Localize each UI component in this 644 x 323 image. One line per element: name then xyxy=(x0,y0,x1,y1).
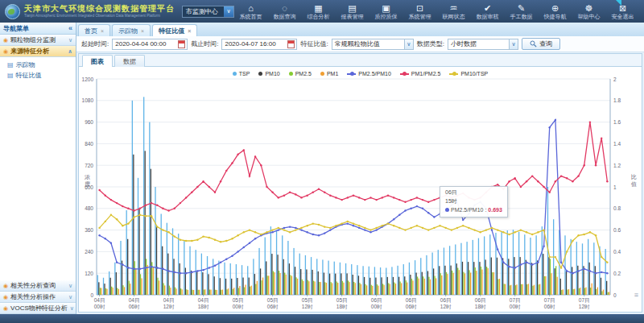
tab-tracer[interactable]: 示踪物 × xyxy=(112,24,151,36)
close-icon[interactable]: × xyxy=(141,28,144,34)
nav-data-query[interactable]: ◌数据查询 xyxy=(268,2,301,20)
svg-text:06时: 06时 xyxy=(267,304,279,309)
svg-text:05日: 05日 xyxy=(233,297,244,303)
corner-flag-icon xyxy=(616,0,621,6)
chart-menu-icon[interactable]: ≡ xyxy=(634,291,638,299)
nav-network-status[interactable]: ♒联网状态 xyxy=(437,2,470,20)
sidebar-group-label: 颗粒物组分监测 xyxy=(10,35,56,44)
sidebar-group-correlation-query[interactable]: ◉ 相关性分析查询 ∨ xyxy=(0,280,76,292)
close-icon[interactable]: × xyxy=(188,28,191,34)
close-icon[interactable]: × xyxy=(101,28,104,34)
gear-icon: ☸ xyxy=(572,3,605,14)
sidebar-group-vocs-analysis[interactable]: ◉ VOCS物种特征分析 ∨ xyxy=(0,303,76,314)
end-time-input[interactable]: 2020-04-07 16:00 xyxy=(221,39,297,50)
svg-text:浓: 浓 xyxy=(85,174,90,180)
svg-text:05日: 05日 xyxy=(336,297,348,303)
nav-item-label: 帮助中心 xyxy=(578,14,601,19)
tooltip-value: 0.693 xyxy=(488,207,502,213)
svg-text:06时: 06时 xyxy=(544,304,555,309)
nav-item-label: 快捷导航 xyxy=(544,14,567,19)
app-subtitle: Tianjin Atmospheric Environment Integrat… xyxy=(24,14,160,18)
pencil-icon: ✎ xyxy=(505,3,538,14)
chevron-down-icon: ∨ xyxy=(68,37,72,43)
app-header: 天津市大气环境综合观测数据管理平台 Tianjin Atmospheric En… xyxy=(0,0,644,23)
sidebar-group-particulate-components[interactable]: ◉ 颗粒物组分监测 ∨ xyxy=(0,35,76,46)
station-select[interactable]: 市监测中心 ∨ xyxy=(182,6,234,18)
tab-label: 首页 xyxy=(85,27,97,35)
svg-text:比: 比 xyxy=(631,174,637,180)
tab-home[interactable]: 首页 × xyxy=(78,24,110,36)
sidebar-group-correlation-operation[interactable]: ◉ 相关性分析操作 ∨ xyxy=(0,292,76,303)
group-icon: ◉ xyxy=(3,37,8,43)
svg-text:07日: 07日 xyxy=(510,297,521,303)
nav-manual-data[interactable]: ✎手工数据 xyxy=(505,2,538,20)
content-columns: 导航菜单 « ◉ 颗粒物组分监测 ∨ ◉ 来源特征分析 ∧ ▤ 示踪物 ▤ xyxy=(0,23,644,314)
sidebar-item-characteristic-ratio[interactable]: ▤ 特征比值 xyxy=(0,70,76,81)
nav-logout[interactable]: ⊠安全退出 xyxy=(606,2,639,20)
top-nav: ⌂系统首页◌数据查询▦综合分析▤报表管理▣质控质保⊡系统管理♒联网状态✔数据审核… xyxy=(234,2,639,20)
home-icon: ⌂ xyxy=(234,3,267,14)
sidebar-group-label: 相关性分析操作 xyxy=(10,292,56,301)
query-button-label: 查询 xyxy=(539,39,552,48)
svg-text:0.4: 0.4 xyxy=(613,249,621,255)
nav-system[interactable]: ⊡系统管理 xyxy=(403,2,436,20)
timeseries-chart[interactable]: 01202403604806007208409601080120000.20.4… xyxy=(79,77,641,309)
tooltip-day: 06日 xyxy=(445,188,502,197)
sidebar-header: 导航菜单 « xyxy=(0,23,76,35)
ratio-select[interactable]: 常规颗粒物比值 ∨ xyxy=(332,39,414,50)
tab-data-view[interactable]: 数据 xyxy=(114,55,145,67)
legend-item-PM1-PM2.5[interactable]: PM1/PM2.5 xyxy=(400,71,441,77)
sidebar-collapse-icon[interactable]: « xyxy=(68,24,72,32)
calendar-icon[interactable] xyxy=(287,40,295,48)
nav-data-audit[interactable]: ✔数据审核 xyxy=(471,2,504,20)
nav-quick-nav[interactable]: ⊕快捷导航 xyxy=(539,2,572,20)
tab-characteristic-ratio[interactable]: 特征比值 × xyxy=(152,24,197,36)
svg-text:04日: 04日 xyxy=(198,297,209,303)
sidebar-group-label: 相关性分析查询 xyxy=(10,281,56,290)
search-icon xyxy=(530,40,537,48)
tooltip-series-label: PM2.5/PM10 : xyxy=(451,207,486,213)
nav-analysis[interactable]: ▦综合分析 xyxy=(302,2,335,20)
svg-text:07日: 07日 xyxy=(544,297,555,303)
nav-help-center[interactable]: ☸帮助中心 xyxy=(572,2,605,20)
legend-line-icon xyxy=(400,73,409,75)
tab-label: 示踪物 xyxy=(118,27,138,35)
legend-line-icon xyxy=(449,73,458,75)
legend-item-PM10[interactable]: PM10 xyxy=(258,71,279,77)
legend-item-PM1[interactable]: PM1 xyxy=(320,71,338,77)
nav-report[interactable]: ▤报表管理 xyxy=(336,2,369,20)
svg-text:720: 720 xyxy=(85,163,93,168)
legend-item-TSP[interactable]: TSP xyxy=(233,71,250,77)
exit-icon: ⊠ xyxy=(606,3,639,14)
data-type-label: 数据类型: xyxy=(417,39,444,48)
svg-text:480: 480 xyxy=(85,205,93,211)
svg-text:12时: 12时 xyxy=(163,304,175,309)
query-button[interactable]: 查询 xyxy=(522,38,560,50)
legend-label: PM10/TSP xyxy=(460,71,488,77)
audit-icon: ✔ xyxy=(471,3,504,14)
svg-text:240: 240 xyxy=(85,249,93,255)
tab-chart-view[interactable]: 图表 xyxy=(82,55,113,67)
qaqc-icon: ▣ xyxy=(369,3,402,14)
start-time-label: 起始时间: xyxy=(81,39,109,48)
svg-text:04日: 04日 xyxy=(163,297,175,303)
svg-text:12时: 12时 xyxy=(302,304,313,309)
tab-label: 特征比值 xyxy=(159,27,184,35)
svg-text:0: 0 xyxy=(613,292,617,298)
panel-tabs: 图表 数据 xyxy=(79,54,642,67)
sidebar-item-tracer[interactable]: ▤ 示踪物 xyxy=(0,60,76,70)
legend-item-PM2.5-PM10[interactable]: PM2.5/PM10 xyxy=(347,71,390,77)
legend-item-PM2.5[interactable]: PM2.5 xyxy=(289,71,312,77)
legend-label: PM1 xyxy=(327,71,338,77)
nav-qaqc[interactable]: ▣质控质保 xyxy=(369,2,402,20)
nav-home[interactable]: ⌂系统首页 xyxy=(234,2,267,20)
calendar-icon[interactable] xyxy=(178,40,185,48)
sidebar: 导航菜单 « ◉ 颗粒物组分监测 ∨ ◉ 来源特征分析 ∧ ▤ 示踪物 ▤ xyxy=(0,23,76,314)
legend-item-PM10-TSP[interactable]: PM10/TSP xyxy=(449,71,488,77)
chevron-down-icon: ∨ xyxy=(224,6,233,17)
start-time-input[interactable]: 2020-04-04 00:00 xyxy=(112,39,188,50)
svg-text:00时: 00时 xyxy=(233,304,244,309)
svg-text:06时: 06时 xyxy=(406,304,417,309)
sidebar-group-source-analysis[interactable]: ◉ 来源特征分析 ∧ xyxy=(0,46,76,57)
data-type-select[interactable]: 小时数据 ∨ xyxy=(448,39,518,50)
